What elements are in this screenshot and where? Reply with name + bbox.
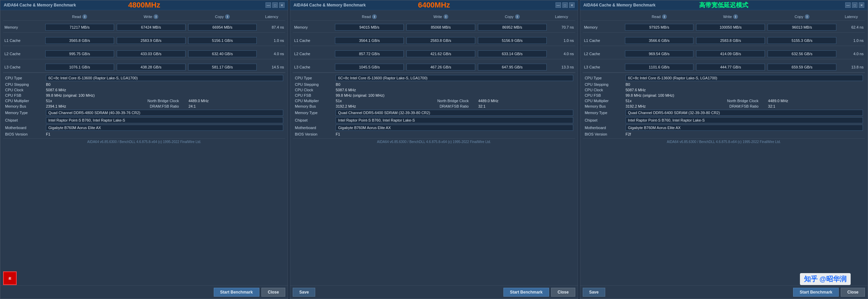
metric-write-value: 67424 MB/s — [117, 24, 186, 31]
close-button[interactable]: Close — [551, 288, 575, 297]
metrics-header: ReadiWriteiCopyiLatency — [3, 13, 285, 21]
window-controls: —□✕ — [845, 2, 864, 8]
save-button[interactable]: Save — [583, 288, 605, 297]
info-val-box: 6C+8c Intel Core i5-13600 (Raptor Lake-S… — [336, 75, 573, 81]
metric-read-value: 1076.1 GB/s — [45, 64, 114, 70]
close-btn[interactable]: ✕ — [279, 2, 285, 8]
info-val-box: Quad Channel DDR5-6400 SDRAM (32-39-39-8… — [336, 110, 573, 116]
benchmark-panel-1: AIDA64 Cache & Memory Benchmark4800MHz—□… — [0, 0, 288, 299]
minimize-btn[interactable]: — — [266, 2, 271, 8]
info-extra-val: 32:1 — [478, 104, 573, 108]
metric-copy-value: 659.59 GB/s — [768, 64, 836, 70]
close-button[interactable]: Close — [841, 288, 865, 297]
metric-read-value: 1045.5 GB/s — [335, 64, 404, 70]
close-btn[interactable]: ✕ — [859, 2, 864, 8]
info-key: CPU Stepping — [295, 82, 336, 86]
close-btn[interactable]: ✕ — [569, 2, 575, 8]
metric-latency-value: 70.7 ns — [548, 25, 575, 29]
info-key: CPU Multiplier — [295, 99, 336, 103]
metric-copy-value: 5155.3 GB/s — [768, 37, 836, 44]
save-button[interactable]: Save — [293, 288, 315, 297]
info-val: 99.8 MHz (original: 100 MHz) — [626, 93, 863, 97]
col-label-read: Read — [362, 15, 371, 19]
metric-copy-value: 96013 MB/s — [768, 24, 836, 31]
panel-titlebar: AIDA64 Cache & Memory Benchmark4800MHz—□… — [0, 0, 288, 10]
info-extra-val: 4489.0 MHz — [478, 99, 573, 103]
info-row-double: Memory Bus2394.1 MHzDRAM:FSB Ratio24:1 — [3, 104, 285, 109]
info-key: CPU Clock — [5, 88, 46, 92]
info-val: 5087.6 MHz — [46, 88, 283, 92]
info-key: Chipset — [585, 118, 626, 122]
minimize-btn[interactable]: — — [845, 2, 851, 8]
start-benchmark-button[interactable]: Start Benchmark — [214, 288, 259, 297]
write-info-icon[interactable]: i — [154, 14, 158, 19]
watermark-box: 赵 — [3, 271, 17, 285]
metrics-header: ReadiWriteiCopyiLatency — [583, 13, 865, 21]
metric-latency-value: 1.0 ns — [548, 38, 575, 43]
metric-copy-value: 633.14 GB/s — [478, 50, 547, 57]
start-benchmark-button[interactable]: Start Benchmark — [793, 288, 839, 297]
metric-row: L3 Cache1076.1 GB/s438.28 GB/s581.17 GB/… — [3, 62, 285, 73]
metric-label: Memory — [583, 25, 624, 29]
metric-label: Memory — [293, 25, 334, 29]
metric-write-value: 2583.8 GB/s — [696, 37, 765, 44]
metric-read-value: 94015 MB/s — [335, 24, 404, 31]
metric-label: L1 Cache — [583, 38, 624, 43]
metric-label: Memory — [3, 25, 44, 29]
zhihu-watermark: 知乎 @昭华润 — [800, 273, 851, 285]
info-val: 3192.2 MHz — [336, 104, 431, 108]
minimize-btn[interactable]: — — [556, 2, 561, 8]
info-row: Memory TypeQuad Channel DDR5-4800 SDRAM … — [3, 109, 285, 116]
info-row: CPU Type6C+8c Intel Core i5-13600 (Rapto… — [3, 74, 285, 82]
maximize-btn[interactable]: □ — [272, 2, 278, 8]
info-key: CPU Type — [585, 76, 626, 80]
read-info-icon[interactable]: i — [662, 14, 667, 19]
info-row-double: CPU Multiplier51xNorth Bridge Clock4489.… — [3, 98, 285, 104]
freq-label: 高带宽低延迟模式 — [699, 1, 748, 9]
maximize-btn[interactable]: □ — [562, 2, 568, 8]
metric-copy-value: 66954 MB/s — [188, 24, 257, 31]
info-key: CPU Clock — [585, 88, 626, 92]
copy-info-icon[interactable]: i — [515, 14, 520, 19]
copy-info-icon[interactable]: i — [225, 14, 230, 19]
info-key: Memory Bus — [5, 104, 46, 108]
window-controls: —□✕ — [556, 2, 575, 8]
info-key: Chipset — [5, 118, 46, 122]
metric-label: L2 Cache — [583, 52, 624, 56]
info-val: 5087.6 MHz — [336, 88, 573, 92]
start-benchmark-button[interactable]: Start Benchmark — [503, 288, 549, 297]
panel-footer: SaveStart BenchmarkClose — [580, 285, 868, 299]
metric-read-value: 3564.1 GB/s — [335, 37, 404, 44]
info-row: BIOS VersionF2f — [583, 131, 865, 137]
info-row: CPU Clock5087.6 MHz — [293, 87, 575, 93]
info-val: F1 — [336, 132, 573, 136]
read-info-icon[interactable]: i — [372, 14, 377, 19]
metric-write-value: 2583.8 GB/s — [406, 37, 475, 44]
close-button[interactable]: Close — [261, 288, 286, 297]
read-info-icon[interactable]: i — [82, 14, 87, 19]
info-row: CPU SteppingB0 — [583, 82, 865, 87]
write-info-icon[interactable]: i — [444, 14, 448, 19]
metric-label: L2 Cache — [3, 52, 44, 56]
metric-latency-value: 4.0 ns — [258, 52, 285, 56]
metric-copy-value: 647.95 GB/s — [478, 64, 547, 70]
metrics-header: ReadiWriteiCopyiLatency — [293, 13, 575, 21]
copy-info-icon[interactable]: i — [805, 14, 809, 19]
panel-title: AIDA64 Cache & Memory Benchmark — [293, 3, 366, 7]
info-val: B0 — [336, 82, 573, 86]
info-val: 2394.1 MHz — [46, 104, 141, 108]
info-extra-val: 24:1 — [189, 104, 284, 108]
write-info-icon[interactable]: i — [733, 14, 738, 19]
info-extra-key: North Bridge Clock — [720, 99, 761, 103]
info-extra-val: 32:1 — [768, 104, 863, 108]
info-key: BIOS Version — [295, 132, 336, 136]
panel-footer: Start BenchmarkClose — [0, 285, 288, 299]
metric-label: L3 Cache — [3, 65, 44, 69]
info-key: Motherboard — [295, 126, 336, 130]
maximize-btn[interactable]: □ — [852, 2, 857, 8]
col-header-write: Writei — [405, 14, 477, 19]
metric-copy-value: 632.40 GB/s — [188, 50, 257, 57]
metric-latency-value: 14.5 ns — [258, 65, 285, 69]
info-key: CPU Type — [5, 76, 46, 80]
metric-write-value: 444.77 GB/s — [696, 64, 765, 70]
